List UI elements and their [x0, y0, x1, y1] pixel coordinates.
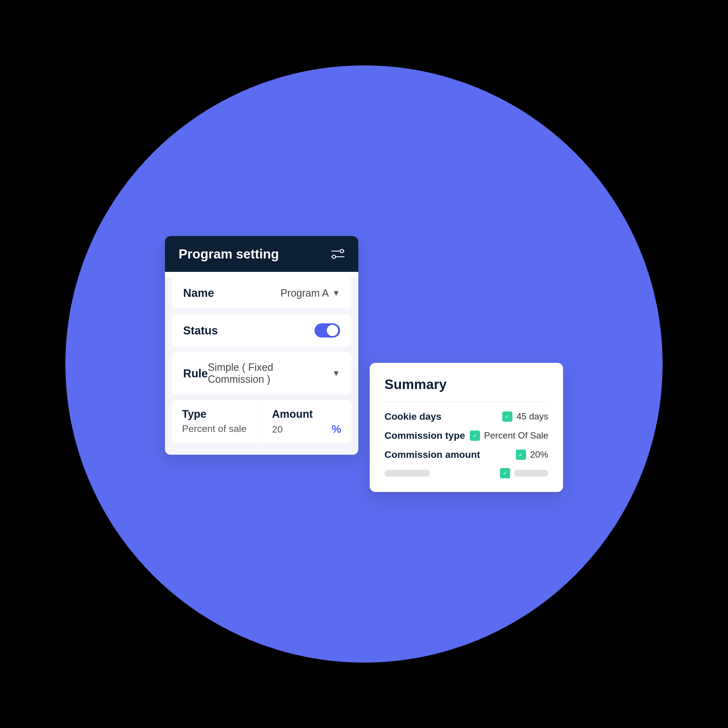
name-value-container[interactable]: Program A ▼ [280, 287, 340, 299]
skeleton-row: ✓ [384, 468, 548, 478]
card-title: Program setting [179, 246, 279, 262]
skeleton-right [514, 470, 548, 477]
amount-value: 20 [272, 424, 283, 435]
type-value: Percent of sale [182, 423, 251, 434]
toggle-thumb [327, 325, 338, 336]
cookie-days-value: 45 days [517, 411, 548, 422]
summary-row-cookie-days: Cookie days ✓ 45 days [384, 411, 548, 422]
cookie-days-check: ✓ [502, 411, 512, 422]
name-label: Name [183, 287, 214, 300]
card-header: Program setting [165, 236, 358, 272]
commission-amount-value: 20% [530, 449, 548, 460]
svg-point-3 [332, 255, 336, 258]
rule-label: Rule [183, 367, 208, 380]
amount-label: Amount [272, 408, 341, 420]
summary-divider [384, 401, 548, 402]
status-label: Status [183, 324, 218, 337]
cards-container: Program setting Name [165, 236, 563, 492]
toggle-track [315, 323, 340, 338]
skeleton-left [384, 470, 430, 477]
settings-icon[interactable] [331, 249, 345, 259]
rule-value: Simple ( Fixed Commission ) [208, 361, 329, 385]
commission-type-label: Commission type [384, 430, 465, 441]
commission-amount-check: ✓ [516, 450, 526, 460]
cookie-days-value-container: ✓ 45 days [502, 411, 548, 422]
summary-row-commission-type: Commission type ✓ Percent Of Sale [384, 430, 548, 441]
card-body: Name Program A ▼ Status [165, 278, 358, 455]
name-value: Program A [280, 287, 329, 299]
commission-amount-value-container: ✓ 20% [516, 449, 548, 460]
skeleton-check: ✓ [500, 468, 510, 478]
status-row: Status [172, 314, 352, 347]
rule-row: Rule Simple ( Fixed Commission ) ▼ [172, 352, 352, 395]
cookie-days-label: Cookie days [384, 411, 441, 422]
type-section: Type Percent of sale [172, 400, 262, 444]
type-amount-row: Type Percent of sale Amount 20 % [172, 400, 352, 444]
summary-row-commission-amount: Commission amount ✓ 20% [384, 449, 548, 460]
rule-dropdown-arrow: ▼ [332, 369, 340, 378]
name-row: Name Program A ▼ [172, 278, 352, 309]
commission-amount-label: Commission amount [384, 449, 480, 460]
name-dropdown-arrow: ▼ [332, 289, 340, 298]
summary-title: Summary [384, 376, 548, 392]
amount-value-row: 20 % [272, 423, 341, 435]
svg-point-0 [340, 249, 344, 253]
summary-card: Summary Cookie days ✓ 45 days Commission… [370, 363, 563, 492]
rule-value-container[interactable]: Simple ( Fixed Commission ) ▼ [208, 361, 340, 385]
skeleton-right-container: ✓ [500, 468, 548, 478]
amount-section: Amount 20 % [262, 400, 352, 444]
commission-type-check: ✓ [470, 431, 480, 441]
scene: Program setting Name [0, 0, 728, 728]
status-toggle[interactable] [315, 323, 340, 338]
commission-type-value: Percent Of Sale [484, 430, 548, 441]
amount-unit: % [332, 423, 341, 435]
commission-type-value-container: ✓ Percent Of Sale [470, 430, 548, 441]
type-label: Type [182, 408, 251, 420]
program-setting-card: Program setting Name [165, 236, 358, 455]
